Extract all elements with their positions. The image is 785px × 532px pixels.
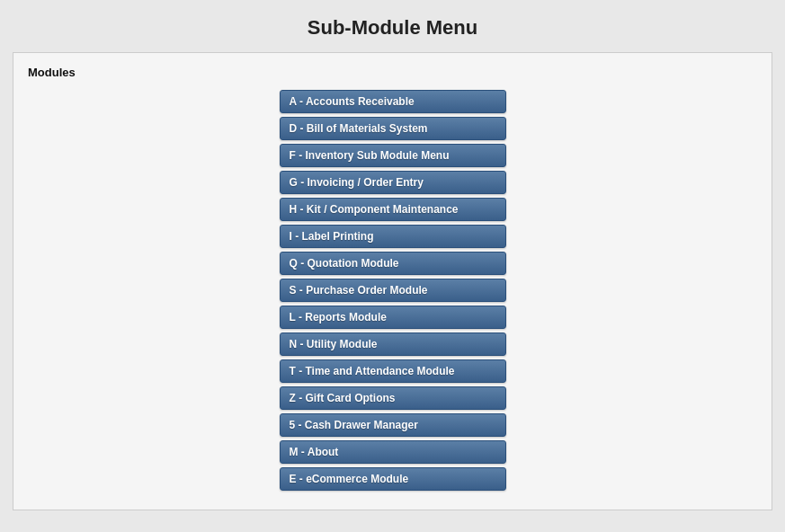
menu-button-time-attendance-module[interactable]: T - Time and Attendance Module [280, 359, 506, 383]
page-title: Sub-Module Menu [0, 0, 785, 52]
menu-button-quotation-module[interactable]: Q - Quotation Module [280, 252, 506, 275]
menu-button-gift-card-options[interactable]: Z - Gift Card Options [280, 386, 506, 410]
menu-button-cash-drawer-manager[interactable]: 5 - Cash Drawer Manager [280, 413, 506, 437]
buttons-wrapper: A - Accounts ReceivableD - Bill of Mater… [28, 90, 757, 491]
modules-container: Modules A - Accounts ReceivableD - Bill … [13, 52, 772, 510]
menu-button-invoicing-order-entry[interactable]: G - Invoicing / Order Entry [280, 171, 506, 194]
menu-button-inventory-sub-module[interactable]: F - Inventory Sub Module Menu [280, 144, 506, 167]
modules-label: Modules [28, 66, 757, 79]
menu-button-utility-module[interactable]: N - Utility Module [280, 332, 506, 356]
menu-button-purchase-order-module[interactable]: S - Purchase Order Module [280, 279, 506, 302]
menu-button-accounts-receivable[interactable]: A - Accounts Receivable [280, 90, 506, 113]
menu-button-ecommerce-module[interactable]: E - eCommerce Module [280, 467, 506, 491]
menu-button-kit-component-maintenance[interactable]: H - Kit / Component Maintenance [280, 198, 506, 221]
menu-button-reports-module[interactable]: L - Reports Module [280, 306, 506, 329]
menu-button-label-printing[interactable]: I - Label Printing [280, 225, 506, 248]
menu-button-about[interactable]: M - About [280, 440, 506, 464]
menu-button-bill-of-materials[interactable]: D - Bill of Materials System [280, 117, 506, 140]
